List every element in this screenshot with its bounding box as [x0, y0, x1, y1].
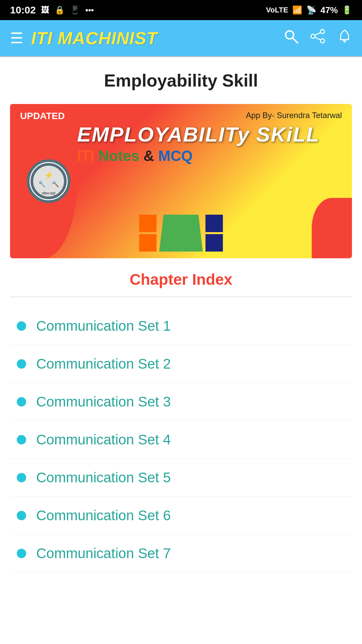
- banner: UPDATED App By- Surendra Tetarwal ⚡ 🔧 🔨 …: [10, 104, 352, 258]
- status-bar: 10:02 🖼 🔒 📱 ••• VoLTE 📶 📡 47% 🔋: [0, 0, 362, 20]
- main-content: Employability Skill UPDATED App By- Sure…: [0, 57, 362, 644]
- chapter-link-7[interactable]: Communication Set 7: [36, 545, 171, 561]
- iti-right-blocks: [205, 215, 223, 252]
- list-item[interactable]: Communication Set 4: [10, 421, 352, 459]
- sub-mcq: MCQ: [154, 148, 193, 164]
- iti-block-navy-1: [205, 215, 223, 232]
- list-item[interactable]: Communication Set 3: [10, 383, 352, 421]
- svg-text:कौशल बढ़ाएं: कौशल बढ़ाएं: [42, 192, 56, 196]
- chapter-link-5[interactable]: Communication Set 5: [36, 470, 171, 486]
- svg-text:🔨: 🔨: [52, 180, 59, 188]
- chapter-link-4[interactable]: Communication Set 4: [36, 432, 171, 448]
- banner-logo: ⚡ 🔧 🔨 कौशल बढ़ाएं: [27, 159, 70, 203]
- chapter-index-title: Chapter Index: [10, 270, 352, 288]
- iti-block-orange-2: [139, 234, 157, 252]
- banner-iti-logo: [139, 215, 223, 252]
- svg-line-1: [293, 38, 298, 43]
- svg-point-2: [320, 30, 324, 34]
- bullet-6: [17, 511, 26, 520]
- app-title: ITI MACHINIST: [31, 28, 158, 48]
- bullet-3: [17, 397, 26, 407]
- battery-icon: 🔋: [342, 5, 352, 15]
- svg-line-6: [315, 37, 320, 40]
- iti-left-blocks: [139, 215, 157, 252]
- list-item[interactable]: Communication Set 2: [10, 345, 352, 383]
- bullet-5: [17, 473, 26, 482]
- status-time: 10:02: [10, 4, 36, 16]
- bullet-1: [17, 321, 26, 331]
- svg-line-5: [315, 33, 320, 35]
- search-icon[interactable]: [284, 29, 298, 47]
- banner-title-block: EMPLOYABILITy SKiLL ITI Notes & MCQ: [77, 124, 345, 164]
- list-item[interactable]: Communication Set 1: [10, 307, 352, 345]
- iti-block-orange-1: [139, 215, 157, 232]
- share-icon[interactable]: [310, 29, 325, 47]
- svg-point-3: [311, 34, 315, 38]
- svg-text:🔧: 🔧: [38, 180, 46, 188]
- more-icon: •••: [85, 5, 94, 15]
- bullet-7: [17, 549, 26, 558]
- svg-text:⚡: ⚡: [44, 171, 54, 180]
- chapter-list: Communication Set 1 Communication Set 2 …: [10, 307, 352, 573]
- list-item[interactable]: Communication Set 6: [10, 497, 352, 535]
- banner-app-by: App By- Surendra Tetarwal: [246, 111, 342, 120]
- page-title: Employability Skill: [10, 70, 352, 91]
- banner-red-right-shape: [312, 198, 352, 258]
- chapter-link-6[interactable]: Communication Set 6: [36, 507, 171, 524]
- app-bar-left: ☰ ITI MACHINIST: [10, 28, 158, 48]
- banner-main-title: EMPLOYABILITy SKiLL: [77, 124, 345, 145]
- image-icon: 🖼: [41, 5, 49, 15]
- status-left: 10:02 🖼 🔒 📱 •••: [10, 4, 94, 16]
- banner-sub-title: ITI Notes & MCQ: [77, 148, 345, 164]
- wifi-icon: 📶: [292, 5, 302, 15]
- bell-icon[interactable]: [337, 29, 352, 47]
- bullet-4: [17, 435, 26, 444]
- menu-icon[interactable]: ☰: [10, 30, 23, 47]
- iti-block-navy-2: [205, 234, 223, 252]
- sub-amp: &: [143, 148, 154, 164]
- sub-iti: ITI: [77, 148, 94, 164]
- lock-icon: 🔒: [55, 5, 65, 15]
- app-bar: ☰ ITI MACHINIST: [0, 20, 362, 57]
- iti-block-green: [159, 215, 203, 252]
- whatsapp-icon: 📱: [70, 5, 80, 15]
- list-item[interactable]: Communication Set 7: [10, 535, 352, 573]
- chapter-link-1[interactable]: Communication Set 1: [36, 318, 171, 334]
- signal-icon: 📡: [306, 5, 316, 15]
- chapter-link-2[interactable]: Communication Set 2: [36, 356, 171, 372]
- sub-notes: Notes: [94, 148, 143, 164]
- lte-icon: VoLTE: [266, 6, 288, 14]
- chapter-divider: [10, 297, 352, 297]
- banner-updated-label: UPDATED: [20, 111, 65, 121]
- app-bar-right: [284, 29, 352, 47]
- svg-point-4: [320, 39, 324, 43]
- status-right: VoLTE 📶 📡 47% 🔋: [266, 5, 352, 15]
- battery-level: 47%: [320, 5, 338, 15]
- list-item[interactable]: Communication Set 5: [10, 459, 352, 497]
- chapter-link-3[interactable]: Communication Set 3: [36, 394, 171, 410]
- bullet-2: [17, 359, 26, 369]
